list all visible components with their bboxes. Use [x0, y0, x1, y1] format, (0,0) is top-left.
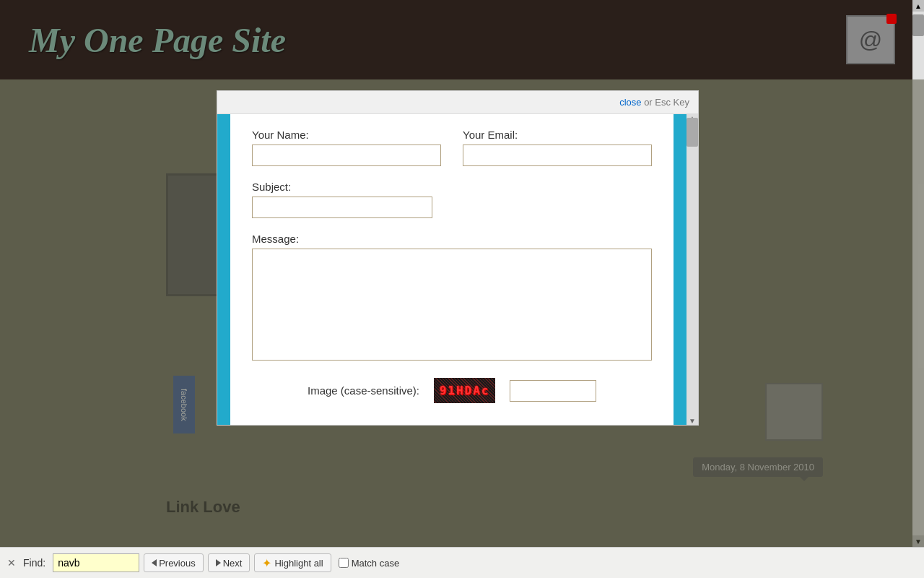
highlight-all-button[interactable]: ✦ Highlight all: [254, 553, 331, 572]
name-input[interactable]: [252, 144, 441, 166]
find-input[interactable]: [53, 553, 139, 572]
captcha-text: 91HDAc: [440, 384, 490, 397]
modal-left-accent: [217, 114, 230, 425]
name-email-row: Your Name: Your Email:: [252, 129, 652, 166]
match-case-checkbox[interactable]: [339, 558, 349, 568]
email-group: Your Email:: [463, 129, 652, 166]
find-close-button[interactable]: ✕: [7, 557, 16, 569]
scrollbar-up-arrow[interactable]: ▲: [912, 0, 924, 12]
next-label: Next: [223, 558, 243, 569]
notification-badge: [886, 14, 897, 24]
email-label: Your Email:: [463, 129, 652, 141]
name-label: Your Name:: [252, 129, 441, 141]
previous-label: Previous: [159, 558, 196, 569]
subject-label: Subject:: [252, 181, 652, 193]
scrollbar-thumb[interactable]: [912, 14, 924, 36]
captcha-image: 91HDAc: [434, 378, 495, 403]
modal-esc-text: or Esc Key: [642, 97, 689, 108]
message-label: Message:: [252, 233, 652, 245]
previous-arrow-icon: [152, 559, 157, 566]
modal-scroll-down[interactable]: ▼: [687, 417, 698, 425]
modal-body: Your Name: Your Email: Subject:: [217, 114, 698, 425]
subject-input[interactable]: [252, 197, 432, 218]
match-case-text: Match case: [352, 558, 399, 569]
site-title: My One Page Site: [29, 20, 286, 60]
message-textarea[interactable]: [252, 249, 652, 361]
modal-right-accent: [674, 114, 687, 425]
next-arrow-icon: [216, 559, 221, 566]
modal-scroll-thumb[interactable]: [687, 118, 698, 147]
find-bar: ✕ Find: Previous Next ✦ Highlight all Ma…: [0, 547, 924, 578]
match-case-label: Match case: [339, 558, 399, 569]
modal-topbar: close or Esc Key: [217, 91, 698, 114]
modal-form-content: Your Name: Your Email: Subject:: [230, 114, 674, 425]
find-label: Find:: [23, 557, 45, 569]
email-icon: [846, 15, 895, 64]
captcha-label: Image (case-sensitive):: [308, 384, 419, 397]
find-previous-button[interactable]: Previous: [144, 553, 204, 572]
contact-modal: close or Esc Key Your Name: Your Email:: [217, 90, 699, 426]
highlight-label: Highlight all: [274, 558, 323, 569]
modal-scrollbar[interactable]: ▲ ▼: [687, 114, 698, 425]
captcha-input[interactable]: [510, 380, 596, 402]
email-input[interactable]: [463, 144, 652, 166]
captcha-row: Image (case-sensitive): 91HDAc: [252, 378, 652, 403]
site-header: My One Page Site: [0, 0, 924, 79]
message-group: Message:: [252, 233, 652, 363]
find-next-button[interactable]: Next: [208, 553, 250, 572]
highlight-star-icon: ✦: [262, 556, 271, 570]
modal-close-link[interactable]: close: [619, 97, 641, 108]
subject-group: Subject:: [252, 181, 652, 218]
name-group: Your Name:: [252, 129, 441, 166]
